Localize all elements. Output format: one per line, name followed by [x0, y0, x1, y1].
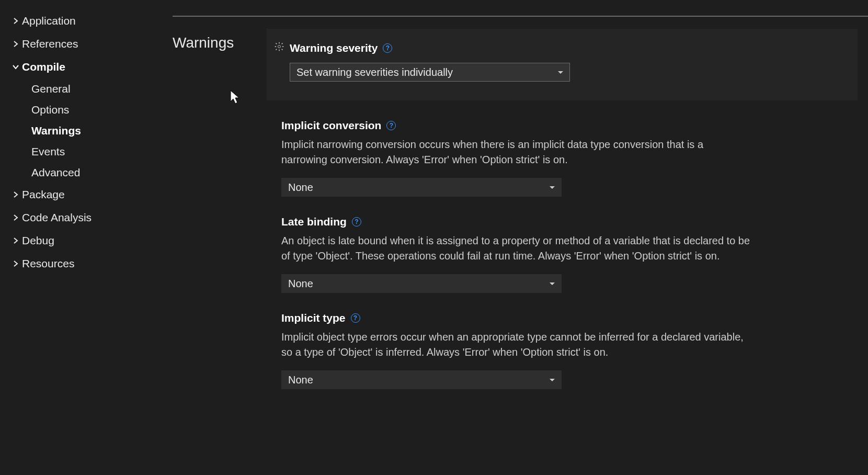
- sidebar-subitem-general[interactable]: General: [31, 78, 173, 99]
- implicit-type-block: Implicit type ? Implicit object type err…: [267, 293, 858, 389]
- sidebar-item-compile[interactable]: Compile: [10, 55, 173, 78]
- sidebar-item-label: Application: [22, 15, 76, 27]
- chevron-down-icon: [550, 186, 555, 189]
- implicit-type-label-row: Implicit type ?: [281, 312, 843, 324]
- implicit-conversion-dropdown[interactable]: None: [281, 178, 562, 197]
- sidebar-item-label: Package: [22, 188, 65, 201]
- sidebar-item-label: Code Analysis: [22, 211, 92, 224]
- chevron-right-icon: [10, 237, 21, 244]
- sidebar-item-label: Debug: [22, 234, 54, 247]
- section-title: Warnings: [173, 35, 234, 51]
- setting-label: Late binding: [281, 216, 347, 228]
- chevron-right-icon: [10, 260, 21, 267]
- chevron-down-icon: [550, 282, 555, 285]
- content: Warning severity ? Set warning severitie…: [267, 29, 858, 389]
- sidebar-item-label: Resources: [22, 257, 74, 270]
- help-icon[interactable]: ?: [352, 217, 361, 227]
- sidebar-item-application[interactable]: Application: [10, 9, 173, 32]
- implicit-conversion-block: Implicit conversion ? Implicit narrowing…: [267, 100, 858, 197]
- sidebar: Application References Compile General O…: [0, 0, 173, 475]
- setting-description: An object is late bound when it is assig…: [281, 233, 752, 264]
- chevron-right-icon: [10, 191, 21, 198]
- late-binding-label-row: Late binding ?: [281, 216, 843, 228]
- chevron-down-icon: [10, 64, 21, 70]
- chevron-down-icon: [550, 379, 555, 381]
- sidebar-compile-children: General Options Warnings Events Advanced: [10, 78, 173, 183]
- warning-severity-label: Warning severity: [290, 42, 378, 54]
- help-icon[interactable]: ?: [386, 121, 396, 130]
- sidebar-item-label: Compile: [22, 61, 65, 73]
- help-icon[interactable]: ?: [351, 313, 360, 323]
- chevron-right-icon: [10, 214, 21, 221]
- implicit-type-dropdown[interactable]: None: [281, 370, 562, 389]
- sidebar-subitem-events[interactable]: Events: [31, 141, 173, 162]
- chevron-down-icon: [558, 71, 563, 74]
- warning-severity-block: Warning severity ? Set warning severitie…: [267, 29, 858, 100]
- setting-label: Implicit type: [281, 312, 346, 324]
- late-binding-dropdown[interactable]: None: [281, 274, 562, 293]
- sidebar-item-resources[interactable]: Resources: [10, 252, 173, 275]
- warning-severity-dropdown[interactable]: Set warning severities individually: [290, 63, 570, 82]
- sidebar-subitem-warnings[interactable]: Warnings: [31, 120, 173, 141]
- dropdown-value: None: [288, 182, 313, 194]
- sidebar-item-debug[interactable]: Debug: [10, 229, 173, 252]
- dropdown-value: None: [288, 374, 313, 386]
- setting-description: Implicit narrowing conversion occurs whe…: [281, 137, 752, 167]
- sidebar-item-code-analysis[interactable]: Code Analysis: [10, 206, 173, 229]
- help-icon[interactable]: ?: [383, 43, 392, 53]
- sidebar-subitem-advanced[interactable]: Advanced: [31, 162, 173, 183]
- implicit-conversion-label-row: Implicit conversion ?: [281, 119, 843, 132]
- sidebar-item-references[interactable]: References: [10, 32, 173, 55]
- sidebar-item-package[interactable]: Package: [10, 183, 173, 206]
- gear-icon: [274, 41, 284, 54]
- warning-severity-label-row: Warning severity ?: [274, 41, 843, 54]
- sidebar-item-label: References: [22, 38, 78, 50]
- late-binding-block: Late binding ? An object is late bound w…: [267, 197, 858, 293]
- setting-label: Implicit conversion: [281, 119, 381, 132]
- sidebar-subitem-options[interactable]: Options: [31, 99, 173, 120]
- dropdown-value: Set warning severities individually: [296, 66, 453, 78]
- chevron-right-icon: [10, 17, 21, 25]
- main-panel: Warnings Warning severity ? Set warning …: [173, 0, 868, 475]
- divider: [173, 16, 868, 17]
- svg-point-0: [278, 46, 281, 48]
- chevron-right-icon: [10, 40, 21, 48]
- setting-description: Implicit object type errors occur when a…: [281, 330, 752, 360]
- dropdown-value: None: [288, 278, 313, 290]
